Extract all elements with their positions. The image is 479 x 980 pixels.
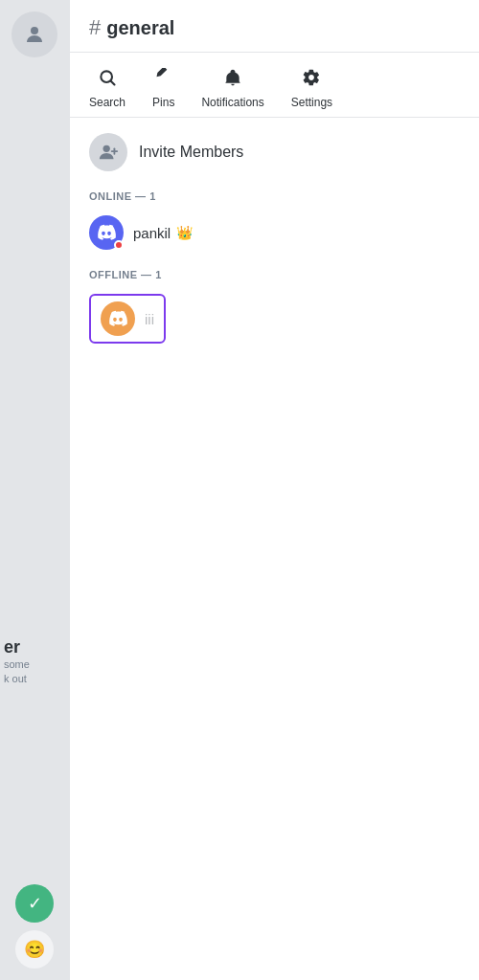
user-avatar[interactable] [11,11,57,57]
toolbar-search[interactable]: Search [89,68,125,109]
online-member-pankil[interactable]: pankil 👑 [89,212,460,254]
search-label: Search [89,96,125,109]
pins-label: Pins [152,96,174,109]
settings-label: Settings [291,96,332,109]
snippet-er: er [4,637,65,658]
crown-icon: 👑 [176,225,193,240]
search-icon [98,68,117,92]
offline-section-header: OFFLINE — 1 [89,269,460,280]
channel-hash: # [89,15,101,40]
iii-avatar [101,301,135,336]
invite-label: Invite Members [139,144,243,161]
left-sidebar: er some k out ✓ 😊 [0,0,69,980]
toolbar: Search Pins Notifications [70,53,479,118]
svg-line-2 [111,81,115,85]
toolbar-notifications[interactable]: Notifications [201,68,263,109]
svg-point-0 [31,27,38,34]
pankil-avatar [89,215,124,250]
svg-point-3 [103,145,110,152]
notifications-icon [223,68,242,92]
content-area: Invite Members ONLINE — 1 pankil 👑 OFFLI… [70,118,479,980]
invite-members-row[interactable]: Invite Members [89,133,460,171]
sidebar-snippet: er some k out [0,630,69,693]
channel-header: # general [70,0,479,53]
invite-avatar [89,133,127,171]
online-status-dot [114,240,124,250]
pankil-name: pankil 👑 [133,225,193,241]
online-section-header: ONLINE — 1 [89,190,460,202]
offline-member-iii[interactable]: iii [89,294,166,344]
channel-title: # general [89,15,460,40]
snippet-some: some [4,657,65,671]
pins-icon [154,68,173,92]
notifications-label: Notifications [201,96,263,109]
channel-name: general [106,17,174,39]
toolbar-settings[interactable]: Settings [291,68,332,109]
main-panel: # general Search Pins [69,0,479,980]
check-icon: ✓ [15,884,54,923]
emoji-icon[interactable]: 😊 [15,930,54,969]
snippet-out: k out [4,672,65,685]
settings-icon [302,68,321,92]
iii-name: iii [145,311,154,327]
toolbar-pins[interactable]: Pins [152,68,174,109]
